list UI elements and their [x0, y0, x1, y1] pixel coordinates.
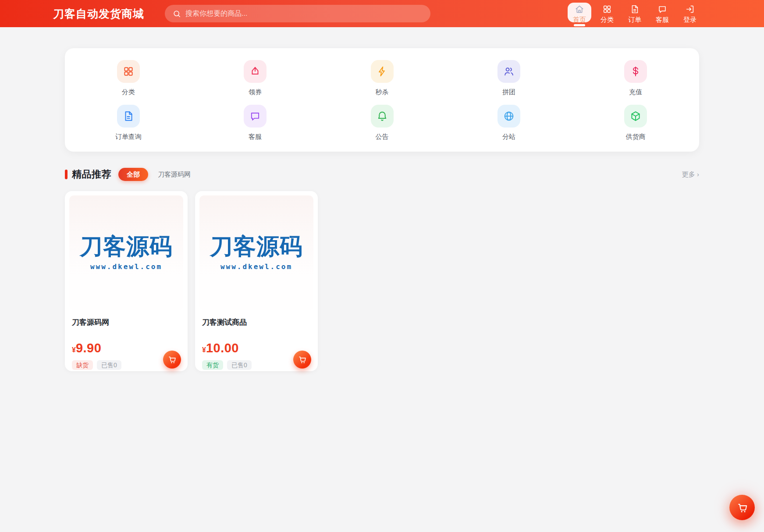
nav-item-label: 首页 — [573, 16, 586, 24]
quick-link-tile — [244, 60, 267, 83]
quick-links-row-2: 订单查询 客服 公告 — [65, 105, 699, 140]
product-title: 刀客测试商品 — [202, 317, 311, 327]
section-title: 精品推荐 — [72, 168, 111, 181]
quick-link-tile — [497, 105, 520, 128]
cart-icon — [298, 355, 307, 364]
chat-icon — [249, 110, 261, 122]
search-bar[interactable] — [165, 5, 430, 22]
add-to-cart-button[interactable] — [163, 351, 181, 369]
nav-item-home[interactable]: 首页 — [567, 0, 592, 27]
quick-link-label: 秒杀 — [376, 89, 389, 95]
nav-item-label: 分类 — [601, 16, 614, 24]
package-icon — [630, 110, 641, 122]
lightning-icon — [377, 66, 388, 77]
quick-link-label: 充值 — [629, 89, 642, 95]
bell-icon — [377, 110, 388, 122]
nav-item-label: 订单 — [628, 16, 641, 24]
quick-link-tile — [244, 105, 267, 128]
quick-link-tile — [371, 60, 394, 83]
product-image-brand-text: 刀客源码 — [210, 235, 303, 258]
quick-links-card: 分类 领券 秒杀 — [65, 48, 699, 152]
home-icon — [575, 4, 584, 14]
file-icon — [630, 4, 640, 14]
coupon-icon — [249, 66, 261, 77]
quick-link-file[interactable]: 订单查询 — [65, 105, 192, 140]
quick-link-bell[interactable]: 公告 — [319, 105, 445, 140]
users-icon — [503, 66, 515, 77]
price-value: 9.90 — [76, 341, 101, 355]
quick-link-tile — [117, 60, 140, 83]
tab-dkewl[interactable]: 刀客源码网 — [158, 170, 191, 179]
quick-link-tile — [624, 60, 647, 83]
globe-icon — [503, 110, 515, 122]
cart-icon — [167, 355, 177, 364]
stock-badge: 缺货 — [72, 360, 93, 370]
main-nav: 首页 分类 订单 客服 登录 — [567, 0, 703, 27]
quick-link-dollar[interactable]: 充值 — [572, 60, 699, 95]
quick-link-globe[interactable]: 分站 — [445, 105, 572, 140]
quick-link-label: 领券 — [249, 89, 262, 95]
nav-item-label: 登录 — [683, 16, 696, 24]
quick-link-label: 拼团 — [502, 89, 515, 95]
quick-link-coupon[interactable]: 领券 — [192, 60, 318, 95]
file-icon — [123, 110, 134, 122]
more-link[interactable]: 更多 › — [682, 170, 699, 179]
section-accent-bar — [65, 170, 68, 179]
dollar-icon — [630, 66, 641, 77]
product-title: 刀客源码网 — [72, 317, 181, 327]
quick-link-label: 分类 — [122, 89, 135, 95]
cart-icon — [736, 502, 748, 514]
quick-links-row-1: 分类 领券 秒杀 — [65, 60, 699, 95]
quick-link-users[interactable]: 拼团 — [445, 60, 572, 95]
quick-link-tile — [497, 60, 520, 83]
sold-badge: 已售0 — [97, 360, 121, 370]
featured-section-header: 精品推荐 全部 刀客源码网 更多 › — [65, 168, 699, 181]
add-to-cart-button[interactable] — [293, 351, 311, 369]
quick-link-label: 供货商 — [626, 133, 646, 140]
nav-item-file[interactable]: 订单 — [622, 0, 647, 27]
product-image-brand-text: 刀客源码 — [80, 235, 173, 258]
quick-link-grid[interactable]: 分类 — [65, 60, 192, 95]
tab-all[interactable]: 全部 — [118, 168, 148, 181]
stock-badge: 有货 — [202, 360, 223, 370]
product-image: 刀客源码 www.dkewl.com — [69, 195, 183, 310]
top-header: 刀客自动发货商城 首页 分类 订单 客服 — [0, 0, 764, 27]
currency-symbol: ¥ — [72, 346, 76, 354]
search-input[interactable] — [185, 10, 423, 18]
nav-item-chat[interactable]: 客服 — [650, 0, 675, 27]
quick-link-package[interactable]: 供货商 — [572, 105, 699, 140]
quick-link-tile — [371, 105, 394, 128]
quick-link-label: 订单查询 — [115, 133, 142, 140]
currency-symbol: ¥ — [202, 346, 206, 354]
product-image: 刀客源码 www.dkewl.com — [199, 195, 313, 310]
nav-item-label: 客服 — [656, 16, 669, 24]
grid-icon — [602, 4, 612, 14]
site-logo: 刀客自动发货商城 — [53, 7, 144, 21]
product-grid: 刀客源码 www.dkewl.com 刀客源码网 ¥9.90 缺货 已售0 刀客 — [65, 191, 699, 371]
floating-cart-button[interactable] — [729, 495, 755, 520]
product-image-domain-text: www.dkewl.com — [90, 262, 162, 271]
quick-link-tile — [117, 105, 140, 128]
nav-item-grid[interactable]: 分类 — [594, 0, 620, 27]
product-image-domain-text: www.dkewl.com — [220, 262, 292, 271]
nav-item-login[interactable]: 登录 — [677, 0, 703, 27]
quick-link-label: 客服 — [249, 133, 262, 140]
product-card[interactable]: 刀客源码 www.dkewl.com 刀客源码网 ¥9.90 缺货 已售0 — [65, 191, 188, 371]
grid-icon — [123, 66, 134, 77]
login-icon — [685, 4, 695, 14]
chat-icon — [657, 4, 667, 14]
sold-badge: 已售0 — [227, 360, 252, 370]
quick-link-lightning[interactable]: 秒杀 — [319, 60, 445, 95]
quick-link-label: 公告 — [376, 133, 389, 140]
search-icon — [173, 10, 181, 18]
quick-link-tile — [624, 105, 647, 128]
quick-link-chat[interactable]: 客服 — [192, 105, 318, 140]
product-card[interactable]: 刀客源码 www.dkewl.com 刀客测试商品 ¥10.00 有货 已售0 — [195, 191, 318, 371]
quick-link-label: 分站 — [502, 133, 515, 140]
price-value: 10.00 — [206, 341, 239, 355]
